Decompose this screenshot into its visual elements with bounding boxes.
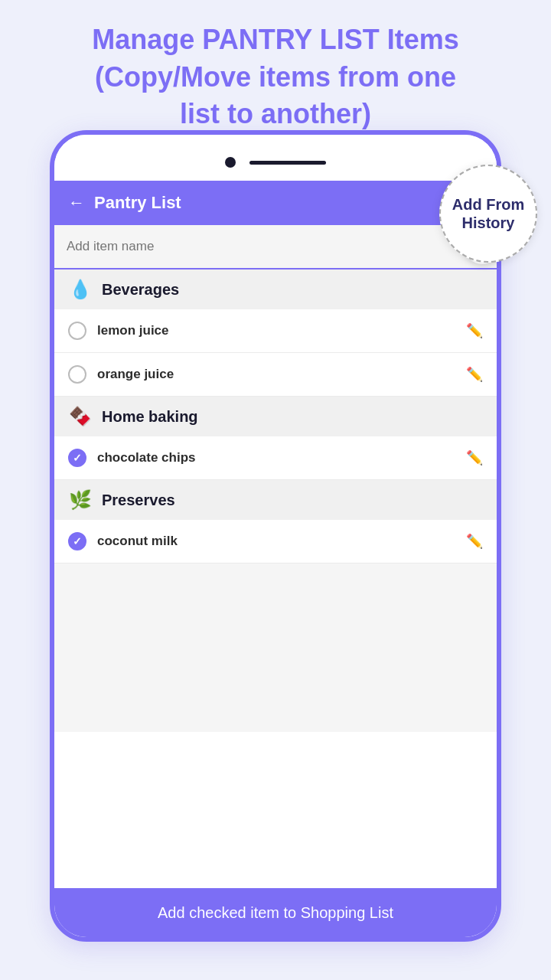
- promo-header: Manage PANTRY LIST Items (Copy/Move item…: [0, 0, 551, 149]
- back-button[interactable]: ←: [68, 193, 85, 213]
- coconut-milk-checkbox[interactable]: [68, 532, 86, 550]
- home-baking-icon: 🍫: [68, 406, 93, 427]
- list-item: chocolate chips ✏️: [54, 436, 497, 480]
- promo-highlight: PANTRY LIST: [202, 24, 379, 55]
- add-item-input[interactable]: [67, 239, 484, 254]
- coconut-milk-edit-icon[interactable]: ✏️: [466, 533, 483, 550]
- orange-juice-label: orange juice: [97, 367, 455, 382]
- list-item: orange juice ✏️: [54, 353, 497, 397]
- empty-area: [54, 564, 497, 732]
- chocolate-chips-checkbox[interactable]: [68, 449, 86, 467]
- promo-text-4: list to another): [180, 98, 371, 129]
- list-item: lemon juice ✏️: [54, 309, 497, 353]
- category-beverages: 💧 Beverages: [54, 270, 497, 309]
- chocolate-chips-label: chocolate chips: [97, 450, 455, 466]
- phone-content: ← Pantry List ▼ ⋮ 💧 Beverages: [54, 181, 497, 937]
- lemon-juice-checkbox[interactable]: [68, 322, 86, 340]
- home-indicator: [249, 161, 326, 165]
- beverages-icon: 💧: [68, 279, 93, 300]
- preserves-label: Preserves: [102, 492, 175, 509]
- coconut-milk-label: coconut milk: [97, 534, 455, 549]
- preserves-icon: 🌿: [68, 489, 93, 511]
- promo-text-2: Items: [380, 24, 459, 55]
- phone-topbar: [54, 135, 497, 181]
- category-home-baking: 🍫 Home baking: [54, 397, 497, 436]
- lemon-juice-label: lemon juice: [97, 323, 455, 338]
- promo-text-1: Manage: [92, 24, 202, 55]
- bottom-bar-label: Add checked item to Shopping List: [158, 904, 393, 922]
- beverages-label: Beverages: [102, 281, 179, 299]
- lemon-juice-edit-icon[interactable]: ✏️: [466, 322, 483, 339]
- orange-juice-edit-icon[interactable]: ✏️: [466, 366, 483, 383]
- home-baking-label: Home baking: [102, 408, 198, 426]
- nav-dot-active: [225, 157, 236, 168]
- add-from-history-badge[interactable]: Add FromHistory: [439, 165, 537, 263]
- app-header: ← Pantry List ▼ ⋮: [54, 181, 497, 225]
- add-from-history-label: Add FromHistory: [452, 195, 524, 232]
- chocolate-chips-edit-icon[interactable]: ✏️: [466, 449, 483, 466]
- phone-frame: ← Pantry List ▼ ⋮ 💧 Beverages: [50, 130, 501, 942]
- add-item-bar: [54, 225, 497, 270]
- app-header-title: Pantry List: [94, 193, 435, 213]
- orange-juice-checkbox[interactable]: [68, 365, 86, 384]
- promo-text-3: (Copy/Move items from one: [95, 61, 456, 93]
- category-preserves: 🌿 Preserves: [54, 480, 497, 520]
- bottom-bar[interactable]: Add checked item to Shopping List: [54, 888, 497, 937]
- scroll-area: 💧 Beverages lemon juice ✏️ orange juice …: [54, 270, 497, 937]
- list-item: coconut milk ✏️: [54, 520, 497, 564]
